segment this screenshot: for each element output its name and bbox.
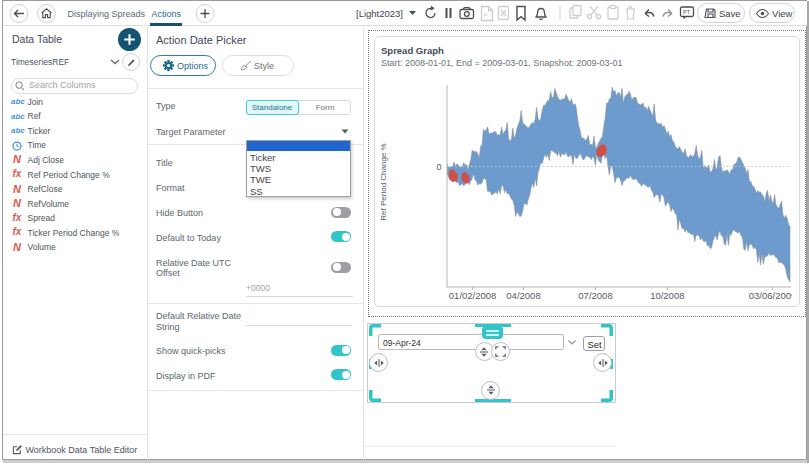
svg-text:Ref Period Change %: Ref Period Change % xyxy=(379,143,388,220)
svg-text:03/06/2009: 03/06/2009 xyxy=(749,290,797,301)
svg-text:P: P xyxy=(484,12,488,18)
svg-text:0: 0 xyxy=(436,162,441,172)
svg-text:01/02/2008: 01/02/2008 xyxy=(449,290,497,301)
svg-text:10/2008: 10/2008 xyxy=(650,290,684,301)
svg-text:07/2008: 07/2008 xyxy=(578,290,612,301)
svg-text:PT: PT xyxy=(683,9,691,15)
svg-text:04/2008: 04/2008 xyxy=(506,290,540,301)
